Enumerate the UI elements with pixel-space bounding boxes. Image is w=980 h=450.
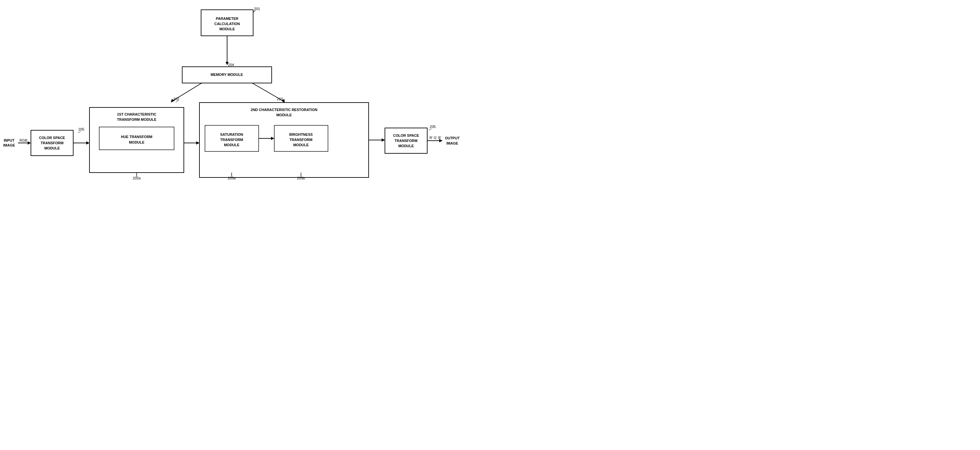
svg-marker-19 [382,138,385,142]
brightness-text2: TRANSFORM [290,138,312,142]
saturation-text3: MODULE [224,143,239,147]
parameter-calc-text: PARAMETER [216,17,239,21]
output-image-label2: IMAGE [446,141,458,145]
diagram-container: PARAMETER CALCULATION MODULE 201 204 MEM… [0,0,490,225]
rgb-out-label: R' G' B' [430,136,441,140]
hue-transform-text2: MODULE [129,140,145,144]
saturation-text1: SATURATION [220,132,243,136]
ref-203b: 203b [297,176,305,180]
svg-marker-13 [196,141,199,145]
ref-205-in: 205 [78,127,84,131]
ref-202-top: 202 [173,97,179,101]
brightness-text1: BRIGHTNESS [289,132,313,136]
cst-output-text1: COLOR SPACE [393,134,419,137]
brightness-text3: MODULE [293,143,309,147]
rgb-label: RGB [19,138,27,142]
second-char-text2: MODULE [276,113,292,117]
input-image-label2: IMAGE [3,143,15,147]
svg-marker-8 [28,141,31,145]
output-image-label: OUTPUT [445,136,460,140]
ref-205-out: 205 [430,125,436,129]
ref-203-top: 203 [277,97,283,101]
ref-202a: 202a [133,176,141,180]
first-char-text2: TRANSFORM MODULE [117,118,156,121]
cst-output-text3: MODULE [398,144,414,148]
memory-module-text: MEMORY MODULE [210,73,243,77]
cst-input-text1: COLOR SPACE [39,136,65,140]
ref-201: 201 [254,7,260,11]
input-image-label: INPUT [4,138,14,142]
second-char-text1: 2ND CHARACTERISTIC RESTORATION [251,108,318,112]
first-char-text1: 1ST CHARACTERISTIC [117,112,156,116]
ref-204: 204 [228,63,234,67]
parameter-calc-text3: MODULE [219,27,235,31]
cst-input-text2: TRANSFORM [41,141,64,145]
ref-203a: 203a [228,176,236,180]
saturation-text2: TRANSFORM [220,138,243,142]
cst-input-text3: MODULE [44,146,60,150]
parameter-calc-text2: CALCULATION [215,22,240,26]
hue-transform-text1: HUE TRANSFORM [121,135,153,139]
cst-output-text2: TRANSFORM [395,139,417,143]
svg-marker-10 [86,141,89,145]
